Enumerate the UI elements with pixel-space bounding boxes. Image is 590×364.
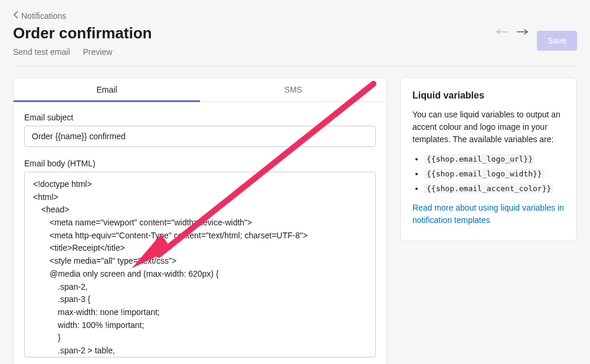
subject-input[interactable]: [24, 126, 376, 147]
preview-link[interactable]: Preview: [83, 47, 113, 57]
tab-sms[interactable]: SMS: [200, 78, 386, 101]
liquid-var-item: {{shop.email_accent_color}}: [424, 182, 565, 195]
code-line: .span-3 {: [33, 293, 367, 306]
liquid-var-code: {{shop.email_logo_url}}: [424, 154, 535, 164]
send-test-email-link[interactable]: Send test email: [13, 47, 70, 57]
divider: [13, 66, 577, 67]
code-line: <html>: [33, 191, 367, 204]
liquid-var-code: {{shop.email_accent_color}}: [424, 183, 553, 194]
main-card: Email SMS Email subject Email body (HTML…: [13, 77, 387, 364]
sidebar-card: Liquid variables You can use liquid vari…: [400, 77, 577, 241]
save-button[interactable]: Save: [537, 31, 577, 51]
liquid-var-item: {{shop.email_logo_width}}: [424, 168, 565, 180]
code-line: <head>: [33, 204, 367, 217]
liquid-vars-list: {{shop.email_logo_url}}{{shop.email_logo…: [412, 153, 565, 195]
code-line: max-width: none !important;: [33, 306, 367, 319]
prev-arrow-icon[interactable]: [496, 25, 509, 38]
liquid-var-code: {{shop.email_logo_width}}: [424, 169, 545, 179]
next-arrow-icon[interactable]: [516, 25, 529, 38]
code-line: <!doctype html>: [33, 178, 367, 191]
sidebar-description: You can use liquid variables to output a…: [412, 109, 565, 146]
code-line: <meta http-equiv="Content-Type" content=…: [33, 229, 367, 242]
sidebar-title: Liquid variables: [412, 88, 565, 103]
liquid-var-item: {{shop.email_logo_url}}: [424, 153, 565, 165]
code-line: }: [33, 332, 367, 345]
body-editor[interactable]: <!doctype html><html><head><meta name="v…: [24, 172, 376, 358]
code-line: .span-2,: [33, 281, 367, 294]
breadcrumb[interactable]: Notifications: [13, 11, 66, 21]
breadcrumb-label: Notifications: [21, 11, 66, 21]
code-line: <title>Receipt</title>: [33, 242, 367, 255]
sidebar-link[interactable]: Read more about using liquid variables i…: [412, 203, 564, 225]
code-line: .span-2 > table,: [33, 345, 367, 358]
code-line: <meta name="viewport" content="width=dev…: [33, 217, 367, 229]
body-label: Email body (HTML): [24, 159, 376, 168]
subject-label: Email subject: [24, 113, 376, 122]
code-line: width: 100% !important;: [33, 319, 367, 332]
code-line: @media only screen and (max-width: 620px…: [33, 268, 367, 281]
chevron-left-icon: [13, 11, 19, 21]
page-title: Order confirmation: [13, 24, 152, 42]
code-line: <style media="all" type="text/css">: [33, 255, 367, 268]
tab-email[interactable]: Email: [14, 78, 200, 101]
